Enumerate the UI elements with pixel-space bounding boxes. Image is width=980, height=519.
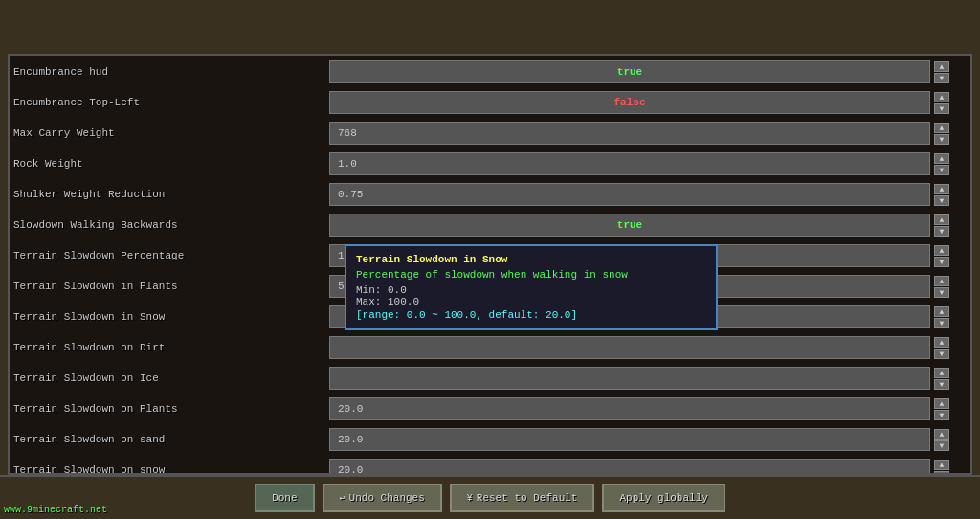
config-label: Max Carry Weight	[13, 127, 329, 139]
row-buttons: ▲▼	[934, 153, 949, 175]
reset-icon: ¥	[467, 493, 473, 504]
config-row: Slowdown Walking Backwardstrue▲▼	[13, 211, 949, 239]
decrement-button[interactable]: ▼	[934, 440, 949, 451]
config-row: Shulker Weight Reduction0.75▲▼	[13, 180, 949, 209]
row-buttons: ▲▼	[934, 245, 949, 267]
tooltip-min: Min: 0.0	[356, 284, 706, 296]
increment-button[interactable]: ▲	[934, 337, 949, 348]
config-value[interactable]: 1.0	[329, 152, 930, 175]
config-label: Terrain Slowdown on Plants	[13, 403, 329, 415]
decrement-button[interactable]: ▼	[934, 134, 949, 145]
tooltip-range: [range: 0.0 ~ 100.0, default: 20.0]	[356, 309, 706, 321]
row-buttons: ▲▼	[934, 61, 949, 83]
increment-button[interactable]: ▲	[934, 123, 949, 133]
config-label: Terrain Slowdown on Ice	[13, 372, 329, 384]
config-label: Slowdown Walking Backwards	[13, 219, 329, 231]
decrement-button[interactable]: ▼	[934, 103, 949, 114]
decrement-button[interactable]: ▼	[934, 165, 949, 175]
config-row: Encumbrance hudtrue▲▼	[13, 57, 949, 86]
config-row: Terrain Slowdown on sand20.0▲▼	[13, 425, 949, 454]
decrement-button[interactable]: ▼	[934, 287, 949, 298]
done-label: Done	[272, 492, 297, 504]
apply-label: Apply globally	[619, 492, 707, 504]
undo-label: Undo Changes	[349, 492, 425, 504]
config-label: Terrain Slowdown Percentage	[13, 250, 329, 261]
increment-button[interactable]: ▲	[934, 92, 949, 102]
config-label: Shulker Weight Reduction	[13, 189, 329, 200]
config-value[interactable]	[329, 367, 930, 390]
config-row: Rock Weight1.0▲▼	[13, 149, 949, 178]
reset-label: Reset to Default	[477, 492, 578, 504]
row-buttons: ▲▼	[934, 92, 949, 114]
row-buttons: ▲▼	[934, 337, 949, 359]
row-buttons: ▲▼	[934, 214, 949, 237]
row-buttons: ▲▼	[934, 184, 949, 206]
row-buttons: ▲▼	[934, 460, 949, 474]
config-row: Encumbrance Top-Leftfalse▲▼	[13, 88, 949, 117]
reset-button[interactable]: ¥ Reset to Default	[450, 484, 595, 512]
config-value[interactable]: 20.0	[329, 428, 930, 451]
config-label: Terrain Slowdown in Plants	[13, 281, 329, 292]
increment-button[interactable]: ▲	[934, 368, 949, 378]
config-value[interactable]: false	[329, 91, 930, 114]
undo-button[interactable]: ↩ Undo Changes	[323, 484, 442, 512]
config-label: Terrain Slowdown on sand	[13, 434, 329, 445]
config-value[interactable]: true	[329, 60, 930, 83]
increment-button[interactable]: ▲	[934, 153, 949, 164]
row-buttons: ▲▼	[934, 398, 949, 420]
config-row: Terrain Slowdown on snow20.0▲▼	[13, 456, 949, 473]
increment-button[interactable]: ▲	[934, 460, 949, 470]
decrement-button[interactable]: ▼	[934, 410, 949, 420]
increment-button[interactable]: ▲	[934, 276, 949, 286]
decrement-button[interactable]: ▼	[934, 226, 949, 237]
decrement-button[interactable]: ▼	[934, 195, 949, 206]
decrement-button[interactable]: ▼	[934, 349, 949, 359]
decrement-button[interactable]: ▼	[934, 471, 949, 474]
config-value[interactable]: 20.0	[329, 397, 930, 420]
increment-button[interactable]: ▲	[934, 245, 949, 256]
config-row: Terrain Slowdown on Ice▲▼	[13, 364, 949, 393]
tooltip-max: Max: 100.0	[356, 296, 706, 307]
config-label: Terrain Slowdown in Snow	[13, 311, 329, 323]
config-value[interactable]: 0.75	[329, 183, 930, 206]
increment-button[interactable]: ▲	[934, 306, 949, 317]
done-button[interactable]: Done	[255, 484, 314, 512]
config-value[interactable]: 20.0	[329, 459, 930, 473]
row-buttons: ▲▼	[934, 306, 949, 328]
row-buttons: ▲▼	[934, 276, 949, 298]
increment-button[interactable]: ▲	[934, 398, 949, 409]
increment-button[interactable]: ▲	[934, 214, 949, 225]
config-label: Encumbrance hud	[13, 66, 329, 78]
tooltip-title: Terrain Slowdown in Snow	[356, 254, 706, 265]
decrement-button[interactable]: ▼	[934, 318, 949, 328]
bottom-bar: Done ↩ Undo Changes ¥ Reset to Default A…	[0, 475, 980, 519]
config-row: Terrain Slowdown on Dirt▲▼	[13, 333, 949, 362]
increment-button[interactable]: ▲	[934, 429, 949, 440]
undo-icon: ↩	[340, 492, 345, 504]
config-label: Terrain Slowdown on Dirt	[13, 342, 329, 353]
row-buttons: ▲▼	[934, 123, 949, 145]
tooltip-popup: Terrain Slowdown in Snow Percentage of s…	[345, 244, 718, 330]
decrement-button[interactable]: ▼	[934, 73, 949, 83]
config-row: Terrain Slowdown on Plants20.0▲▼	[13, 395, 949, 423]
decrement-button[interactable]: ▼	[934, 379, 949, 390]
increment-button[interactable]: ▲	[934, 184, 949, 194]
config-row: Max Carry Weight768▲▼	[13, 119, 949, 147]
watermark: www.9minecraft.net	[4, 505, 107, 515]
config-value[interactable]: true	[329, 214, 930, 237]
config-label: Encumbrance Top-Left	[13, 97, 329, 108]
config-value[interactable]: 768	[329, 122, 930, 145]
increment-button[interactable]: ▲	[934, 61, 949, 72]
config-label: Terrain Slowdown on snow	[13, 464, 329, 473]
decrement-button[interactable]: ▼	[934, 257, 949, 267]
row-buttons: ▲▼	[934, 429, 949, 451]
row-buttons: ▲▼	[934, 368, 949, 390]
tooltip-desc: Percentage of slowdown when walking in s…	[356, 269, 706, 281]
config-value[interactable]	[329, 336, 930, 359]
config-label: Rock Weight	[13, 158, 329, 169]
apply-globally-button[interactable]: Apply globally	[602, 484, 724, 512]
